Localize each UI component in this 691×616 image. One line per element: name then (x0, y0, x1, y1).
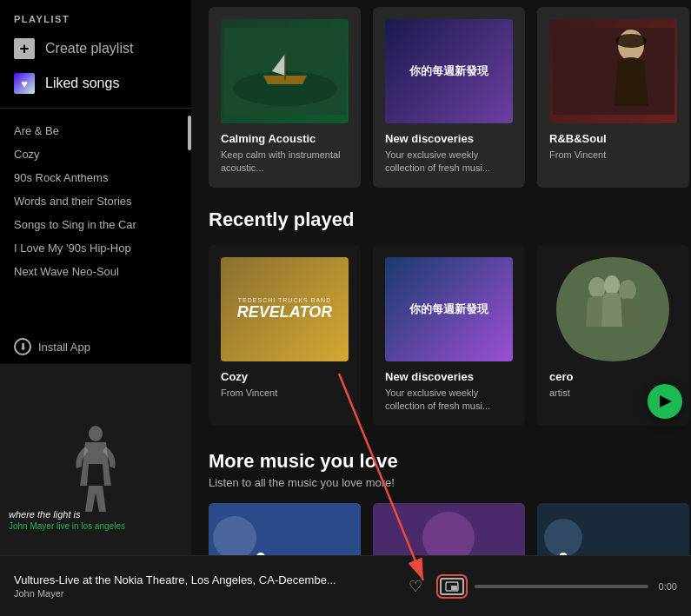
player-controls: ♡ (409, 577, 464, 596)
sidebar-item-are-and-be[interactable]: Are & Be (0, 119, 191, 142)
more-card-1[interactable] (209, 503, 361, 555)
more-card-3-visual (537, 503, 689, 555)
svg-point-10 (604, 275, 620, 295)
player-track-title: Vultures-Live at the Nokia Theatre, Los … (14, 573, 409, 586)
now-playing-artist: John Mayer live in los angeles (9, 521, 183, 531)
liked-songs-button[interactable]: ♥ Liked songs (0, 66, 191, 101)
sidebar-item-hiphop[interactable]: I Love My '90s Hip-Hop (0, 236, 191, 260)
card-rnb-img (549, 19, 677, 123)
pip-button[interactable] (440, 578, 464, 595)
svg-point-0 (89, 426, 103, 441)
card-calming-title: Calming Acoustic (221, 132, 349, 145)
more-cards-row (209, 503, 674, 555)
sidebar-item-90s-rock[interactable]: 90s Rock Anthems (0, 166, 191, 189)
rp-cozy-title: Cozy (221, 370, 349, 383)
card-new-disc-img: 你的每週新發現 (385, 19, 513, 123)
top-cards-row: Calming Acoustic Keep calm with instrume… (209, 0, 674, 188)
card-new-discoveries-top[interactable]: 你的每週新發現 New discoveries Your exclusive w… (373, 7, 525, 188)
rp-newdisc-img: 你的每週新發現 (385, 257, 513, 361)
playlist-list: Are & Be Cozy 90s Rock Anthems Words and… (0, 116, 191, 329)
rp-cero-play-btn[interactable] (648, 384, 682, 419)
sidebar-item-songs-to-sing[interactable]: Songs to Sing in the Car (0, 213, 191, 236)
screen-icon (445, 581, 459, 592)
more-music-title: More music you love (209, 450, 674, 473)
create-playlist-label: Create playlist (45, 41, 133, 56)
silhouette-figure (70, 425, 122, 512)
chinese-text-rp: 你的每週新發現 (409, 301, 488, 317)
card-calming-acoustic[interactable]: Calming Acoustic Keep calm with instrume… (209, 7, 361, 188)
more-music-subtitle: Listen to all the music you love more! (209, 476, 674, 489)
sidebar-divider (0, 108, 191, 109)
calming-visual (224, 28, 346, 115)
revelator-title: REVELATOR (237, 303, 332, 321)
liked-songs-icon: ♥ (14, 73, 35, 94)
tedeschi-trucks-label: TEDESCHI TRUCKS BAND (237, 297, 332, 303)
card-rnb-soul[interactable]: R&B&Soul From Vincent (537, 7, 689, 188)
card-calming-subtitle: Keep calm with instrumental acoustic... (221, 149, 349, 176)
svg-rect-24 (451, 586, 457, 590)
sidebar-item-words[interactable]: Words and their Stories (0, 189, 191, 213)
now-playing-title: where the light is (9, 508, 183, 520)
rp-cero-title: cero (549, 370, 677, 383)
more-card-2[interactable] (373, 503, 525, 555)
svg-point-9 (619, 280, 636, 301)
rp-cero-img (549, 257, 677, 361)
play-triangle-icon-2 (495, 395, 508, 407)
card-rnb-subtitle: From Vincent (549, 149, 677, 162)
svg-point-6 (615, 34, 647, 48)
install-app-label: Install App (38, 341, 90, 354)
more-card-1-visual (209, 503, 361, 555)
sidebar: PLAYLIST + Create playlist ♥ Liked songs… (0, 0, 191, 555)
play-triangle-icon (331, 395, 343, 407)
create-playlist-icon: + (14, 38, 35, 59)
progress-bar[interactable] (475, 585, 648, 588)
rp-cozy-img: TEDESCHI TRUCKS BAND REVELATOR (221, 257, 349, 361)
sidebar-now-playing: where the light is John Mayer live in lo… (0, 364, 191, 555)
rp-card-cero[interactable]: cero artist (537, 245, 689, 426)
cero-visual (549, 257, 677, 361)
card-new-disc-subtitle: Your exclusive weekly collection of fres… (385, 149, 513, 176)
more-card-3[interactable] (537, 503, 689, 555)
install-app-button[interactable]: ⬇ Install App (0, 329, 191, 364)
sidebar-section-label: PLAYLIST (0, 0, 191, 31)
rp-card-new-disc[interactable]: 你的每週新發現 New discoveries Your exclusive w… (373, 245, 525, 426)
sidebar-item-cozy[interactable]: Cozy (0, 142, 191, 166)
pip-button-container (440, 578, 464, 595)
svg-rect-4 (553, 28, 674, 115)
card-rnb-title: R&B&Soul (549, 132, 677, 145)
revelator-inner: TEDESCHI TRUCKS BAND REVELATOR (237, 297, 332, 321)
heart-icon[interactable]: ♡ (409, 577, 422, 596)
scroll-indicator[interactable] (188, 116, 191, 150)
more-card-2-visual (373, 503, 525, 555)
chinese-text-top: 你的每週新發現 (409, 63, 488, 79)
player-track-artist: John Mayer (14, 588, 409, 599)
player-track-info: Vultures-Live at the Nokia Theatre, Los … (14, 573, 409, 599)
svg-point-19 (544, 519, 582, 555)
main-content: Calming Acoustic Keep calm with instrume… (191, 0, 691, 555)
recently-played-cards: TEDESCHI TRUCKS BAND REVELATOR Cozy From… (209, 245, 674, 426)
rp-card-cozy[interactable]: TEDESCHI TRUCKS BAND REVELATOR Cozy From… (209, 245, 361, 426)
now-playing-text-block: where the light is John Mayer live in lo… (9, 508, 183, 531)
player-time: 0:00 (659, 581, 677, 592)
sidebar-item-neo-soul[interactable]: Next Wave Neo-Soul (0, 260, 191, 283)
player-bar: Vultures-Live at the Nokia Theatre, Los … (0, 555, 691, 616)
rnb-visual (553, 28, 674, 115)
card-new-disc-title: New discoveries (385, 132, 513, 145)
rp-newdisc-title: New discoveries (385, 370, 513, 383)
install-icon: ⬇ (14, 338, 31, 355)
recently-played-title: Recently played (209, 209, 674, 231)
card-calming-img (221, 19, 349, 123)
create-playlist-button[interactable]: + Create playlist (0, 31, 191, 66)
liked-songs-label: Liked songs (45, 76, 119, 91)
play-triangle-icon-3 (660, 395, 672, 407)
